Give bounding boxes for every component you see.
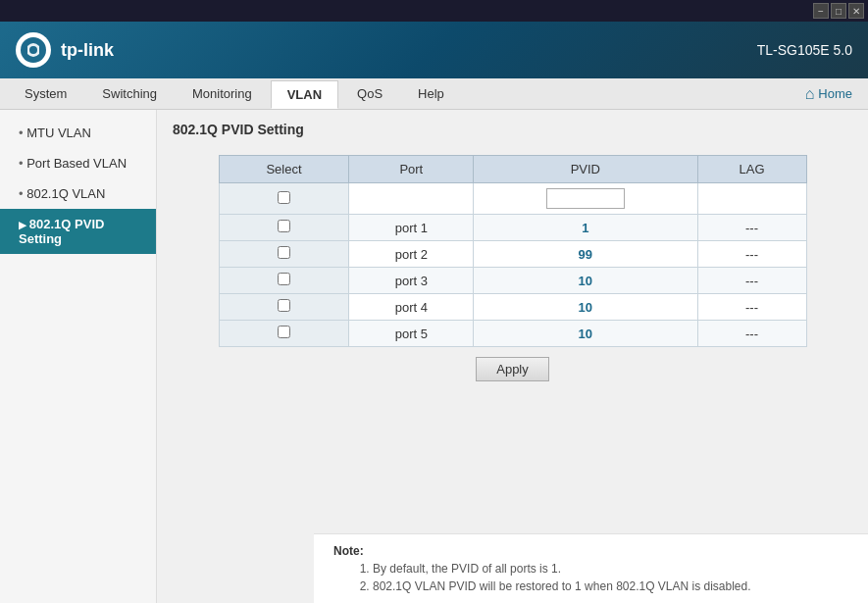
port2-name: port 2 [349,241,474,268]
table-row-header-input [219,183,806,215]
nav-vlan[interactable]: VLAN [271,80,338,109]
port3-name: port 3 [349,268,474,294]
nav-system[interactable]: System [8,79,83,108]
select-port5-cell [219,321,349,347]
nav-qos[interactable]: QoS [340,79,399,108]
logo-text: tp-link [61,40,114,61]
port4-pvid: 10 [474,294,697,321]
note-line-2: 2. 802.1Q VLAN PVID will be restored to … [333,579,848,593]
apply-button[interactable]: Apply [476,357,549,381]
nav-switching[interactable]: Switching [85,79,174,108]
select-all-checkbox[interactable] [278,191,290,204]
pvid-table: Select Port PVID LAG [219,155,807,347]
port5-lag: --- [697,321,806,347]
notes-title: Note: [333,544,364,558]
port2-lag: --- [697,241,806,268]
lag-all-cell [697,183,806,215]
port2-pvid: 99 [474,241,697,268]
select-port1-checkbox[interactable] [278,220,290,232]
select-port4-cell [219,294,349,321]
app-header: tp-link TL-SG105E 5.0 [0,22,868,78]
table-row: port 4 10 --- [219,294,806,321]
pvid-all-input[interactable] [546,188,625,209]
main-layout: MTU VLAN Port Based VLAN 802.1Q VLAN 802… [0,110,868,603]
pvid-all-input-cell [474,183,697,215]
close-button[interactable]: ✕ [848,3,864,19]
select-port3-cell [219,268,349,294]
select-port5-checkbox[interactable] [278,326,290,338]
select-port3-checkbox[interactable] [278,273,290,285]
home-link[interactable]: ⌂ Home [797,81,860,107]
table-row: port 1 1 --- [219,215,806,241]
col-lag: LAG [697,156,806,183]
port1-name: port 1 [349,215,474,241]
svg-point-1 [29,46,37,54]
select-port2-cell [219,241,349,268]
select-port4-checkbox[interactable] [278,299,290,312]
port1-lag: --- [697,215,806,241]
port4-name: port 4 [349,294,474,321]
nav-monitoring[interactable]: Monitoring [176,79,269,108]
note-line-1: 1. By default, the PVID of all ports is … [333,562,848,576]
port5-name: port 5 [349,321,474,347]
port-all-cell [349,183,474,215]
home-icon: ⌂ [805,85,815,103]
nav-help[interactable]: Help [401,79,461,108]
select-all-cell [219,183,349,215]
port1-pvid: 1 [474,215,697,241]
table-row: port 2 99 --- [219,241,806,268]
select-port1-cell [219,215,349,241]
port4-lag: --- [697,294,806,321]
select-port2-checkbox[interactable] [278,246,290,259]
device-name: TL-SG105E 5.0 [757,42,852,58]
sidebar: MTU VLAN Port Based VLAN 802.1Q VLAN 802… [0,110,157,603]
table-row: port 5 10 --- [219,321,806,347]
section-title: 802.1Q PVID Setting [173,122,852,143]
notes-section: Note: 1. By default, the PVID of all por… [314,533,868,603]
table-row: port 3 10 --- [219,268,806,294]
sidebar-item-port-based-vlan[interactable]: Port Based VLAN [0,148,156,178]
content-area: 802.1Q PVID Setting Select Port PVID LAG [157,110,868,460]
content-wrapper: 802.1Q PVID Setting Select Port PVID LAG [157,110,868,603]
title-bar: − □ ✕ [0,0,868,22]
sidebar-item-dot1q-pvid[interactable]: 802.1Q PVID Setting [0,209,156,254]
col-port: Port [349,156,474,183]
maximize-button[interactable]: □ [831,3,846,19]
minimize-button[interactable]: − [813,3,829,19]
home-label: Home [818,86,852,101]
sidebar-item-mtu-vlan[interactable]: MTU VLAN [0,118,156,148]
col-select: Select [219,156,349,183]
port3-lag: --- [697,268,806,294]
apply-row: Apply [173,357,852,381]
logo-icon [16,32,51,68]
logo: tp-link [16,32,114,68]
port3-pvid: 10 [474,268,697,294]
col-pvid: PVID [474,156,697,183]
port5-pvid: 10 [474,321,697,347]
nav-bar: System Switching Monitoring VLAN QoS Hel… [0,78,868,110]
sidebar-item-dot1q-vlan[interactable]: 802.1Q VLAN [0,178,156,209]
